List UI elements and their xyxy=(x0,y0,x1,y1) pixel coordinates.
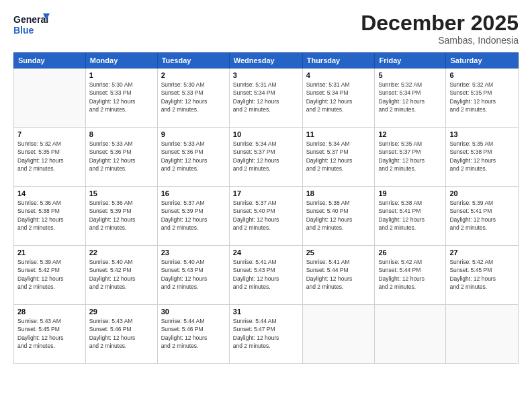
day-number: 15 xyxy=(89,189,154,197)
day-number: 25 xyxy=(306,248,371,257)
title-block: December 2025 Sambas, Indonesia xyxy=(361,12,519,46)
day-number: 31 xyxy=(233,308,299,316)
day-number: 17 xyxy=(233,189,299,197)
day-number: 11 xyxy=(306,130,371,138)
page: GeneralBlue December 2025 Sambas, Indone… xyxy=(0,0,532,411)
day-info: Sunrise: 5:31 AMSunset: 5:34 PMDaylight:… xyxy=(233,81,299,113)
calendar-cell: 12Sunrise: 5:35 AMSunset: 5:37 PMDayligh… xyxy=(375,128,446,187)
calendar-cell xyxy=(302,305,375,364)
day-info: Sunrise: 5:32 AMSunset: 5:34 PMDaylight:… xyxy=(378,81,442,113)
day-number: 3 xyxy=(233,71,299,79)
day-number: 24 xyxy=(233,248,299,257)
svg-text:General: General xyxy=(13,14,48,25)
day-info: Sunrise: 5:37 AMSunset: 5:39 PMDaylight:… xyxy=(161,199,226,232)
calendar-cell: 20Sunrise: 5:39 AMSunset: 5:41 PMDayligh… xyxy=(446,187,519,246)
day-info: Sunrise: 5:38 AMSunset: 5:40 PMDaylight:… xyxy=(306,199,371,232)
calendar-cell: 29Sunrise: 5:43 AMSunset: 5:46 PMDayligh… xyxy=(85,305,157,364)
calendar-week-3: 21Sunrise: 5:39 AMSunset: 5:42 PMDayligh… xyxy=(14,246,519,305)
day-number: 27 xyxy=(449,248,515,257)
calendar-cell: 23Sunrise: 5:40 AMSunset: 5:43 PMDayligh… xyxy=(157,246,229,305)
day-info: Sunrise: 5:32 AMSunset: 5:35 PMDaylight:… xyxy=(449,81,515,113)
day-info: Sunrise: 5:41 AMSunset: 5:43 PMDaylight:… xyxy=(233,258,299,291)
weekday-header-wednesday: Wednesday xyxy=(229,53,302,68)
day-info: Sunrise: 5:43 AMSunset: 5:45 PMDaylight:… xyxy=(17,317,82,350)
day-number: 26 xyxy=(378,248,442,257)
day-info: Sunrise: 5:34 AMSunset: 5:37 PMDaylight:… xyxy=(306,140,371,173)
subtitle: Sambas, Indonesia xyxy=(361,35,519,46)
calendar-cell: 5Sunrise: 5:32 AMSunset: 5:34 PMDaylight… xyxy=(375,68,446,128)
day-number: 6 xyxy=(449,71,515,79)
day-number: 7 xyxy=(17,130,82,138)
day-number: 2 xyxy=(161,71,226,79)
calendar-cell: 30Sunrise: 5:44 AMSunset: 5:46 PMDayligh… xyxy=(157,305,229,364)
weekday-header-sunday: Sunday xyxy=(14,53,86,68)
calendar-cell: 27Sunrise: 5:42 AMSunset: 5:45 PMDayligh… xyxy=(446,246,519,305)
day-info: Sunrise: 5:36 AMSunset: 5:39 PMDaylight:… xyxy=(89,199,154,232)
calendar-cell: 13Sunrise: 5:35 AMSunset: 5:38 PMDayligh… xyxy=(446,128,519,187)
day-number: 28 xyxy=(17,308,82,316)
calendar-cell: 25Sunrise: 5:41 AMSunset: 5:44 PMDayligh… xyxy=(302,246,375,305)
day-info: Sunrise: 5:39 AMSunset: 5:42 PMDaylight:… xyxy=(17,258,82,291)
day-info: Sunrise: 5:40 AMSunset: 5:43 PMDaylight:… xyxy=(161,258,226,291)
calendar-cell: 26Sunrise: 5:42 AMSunset: 5:44 PMDayligh… xyxy=(375,246,446,305)
calendar-cell xyxy=(375,305,446,364)
weekday-header-row: SundayMondayTuesdayWednesdayThursdayFrid… xyxy=(14,53,519,68)
day-info: Sunrise: 5:34 AMSunset: 5:37 PMDaylight:… xyxy=(233,140,299,173)
calendar-cell: 7Sunrise: 5:32 AMSunset: 5:35 PMDaylight… xyxy=(14,128,86,187)
weekday-header-saturday: Saturday xyxy=(446,53,519,68)
header: GeneralBlue December 2025 Sambas, Indone… xyxy=(13,12,519,46)
calendar-week-2: 14Sunrise: 5:36 AMSunset: 5:38 PMDayligh… xyxy=(14,187,519,246)
day-info: Sunrise: 5:32 AMSunset: 5:35 PMDaylight:… xyxy=(17,140,82,173)
day-number: 22 xyxy=(89,248,154,257)
day-number: 1 xyxy=(89,71,154,79)
calendar-cell: 8Sunrise: 5:33 AMSunset: 5:36 PMDaylight… xyxy=(85,128,157,187)
day-number: 30 xyxy=(161,308,226,316)
svg-text:Blue: Blue xyxy=(13,25,34,36)
day-number: 29 xyxy=(89,308,154,316)
calendar-cell: 14Sunrise: 5:36 AMSunset: 5:38 PMDayligh… xyxy=(14,187,86,246)
day-info: Sunrise: 5:44 AMSunset: 5:47 PMDaylight:… xyxy=(233,317,299,350)
day-info: Sunrise: 5:30 AMSunset: 5:33 PMDaylight:… xyxy=(161,81,226,113)
calendar-cell xyxy=(446,305,519,364)
day-number: 10 xyxy=(233,130,299,138)
day-number: 23 xyxy=(161,248,226,257)
day-info: Sunrise: 5:35 AMSunset: 5:38 PMDaylight:… xyxy=(449,140,515,173)
day-info: Sunrise: 5:39 AMSunset: 5:41 PMDaylight:… xyxy=(449,199,515,232)
calendar-table: SundayMondayTuesdayWednesdayThursdayFrid… xyxy=(13,52,519,364)
calendar-cell: 17Sunrise: 5:37 AMSunset: 5:40 PMDayligh… xyxy=(229,187,302,246)
day-info: Sunrise: 5:37 AMSunset: 5:40 PMDaylight:… xyxy=(233,199,299,232)
day-info: Sunrise: 5:36 AMSunset: 5:38 PMDaylight:… xyxy=(17,199,82,232)
day-info: Sunrise: 5:40 AMSunset: 5:42 PMDaylight:… xyxy=(89,258,154,291)
calendar-cell: 21Sunrise: 5:39 AMSunset: 5:42 PMDayligh… xyxy=(14,246,86,305)
day-number: 19 xyxy=(378,189,442,197)
day-info: Sunrise: 5:30 AMSunset: 5:33 PMDaylight:… xyxy=(89,81,154,113)
weekday-header-thursday: Thursday xyxy=(302,53,375,68)
calendar-week-4: 28Sunrise: 5:43 AMSunset: 5:45 PMDayligh… xyxy=(14,305,519,364)
day-info: Sunrise: 5:38 AMSunset: 5:41 PMDaylight:… xyxy=(378,199,442,232)
day-info: Sunrise: 5:33 AMSunset: 5:36 PMDaylight:… xyxy=(89,140,154,173)
calendar-cell: 3Sunrise: 5:31 AMSunset: 5:34 PMDaylight… xyxy=(229,68,302,128)
day-number: 12 xyxy=(378,130,442,138)
calendar-cell: 24Sunrise: 5:41 AMSunset: 5:43 PMDayligh… xyxy=(229,246,302,305)
day-info: Sunrise: 5:33 AMSunset: 5:36 PMDaylight:… xyxy=(161,140,226,173)
day-number: 14 xyxy=(17,189,82,197)
day-info: Sunrise: 5:41 AMSunset: 5:44 PMDaylight:… xyxy=(306,258,371,291)
calendar-cell: 18Sunrise: 5:38 AMSunset: 5:40 PMDayligh… xyxy=(302,187,375,246)
day-number: 21 xyxy=(17,248,82,257)
logo-icon: GeneralBlue xyxy=(13,12,51,36)
calendar-cell: 19Sunrise: 5:38 AMSunset: 5:41 PMDayligh… xyxy=(375,187,446,246)
day-info: Sunrise: 5:42 AMSunset: 5:44 PMDaylight:… xyxy=(378,258,442,291)
weekday-header-friday: Friday xyxy=(375,53,446,68)
day-number: 4 xyxy=(306,71,371,79)
day-info: Sunrise: 5:42 AMSunset: 5:45 PMDaylight:… xyxy=(449,258,515,291)
calendar-cell: 22Sunrise: 5:40 AMSunset: 5:42 PMDayligh… xyxy=(85,246,157,305)
day-number: 8 xyxy=(89,130,154,138)
day-number: 16 xyxy=(161,189,226,197)
day-info: Sunrise: 5:43 AMSunset: 5:46 PMDaylight:… xyxy=(89,317,154,350)
calendar-cell: 1Sunrise: 5:30 AMSunset: 5:33 PMDaylight… xyxy=(85,68,157,128)
day-info: Sunrise: 5:35 AMSunset: 5:37 PMDaylight:… xyxy=(378,140,442,173)
weekday-header-monday: Monday xyxy=(85,53,157,68)
day-number: 18 xyxy=(306,189,371,197)
calendar-cell: 9Sunrise: 5:33 AMSunset: 5:36 PMDaylight… xyxy=(157,128,229,187)
day-info: Sunrise: 5:31 AMSunset: 5:34 PMDaylight:… xyxy=(306,81,371,113)
